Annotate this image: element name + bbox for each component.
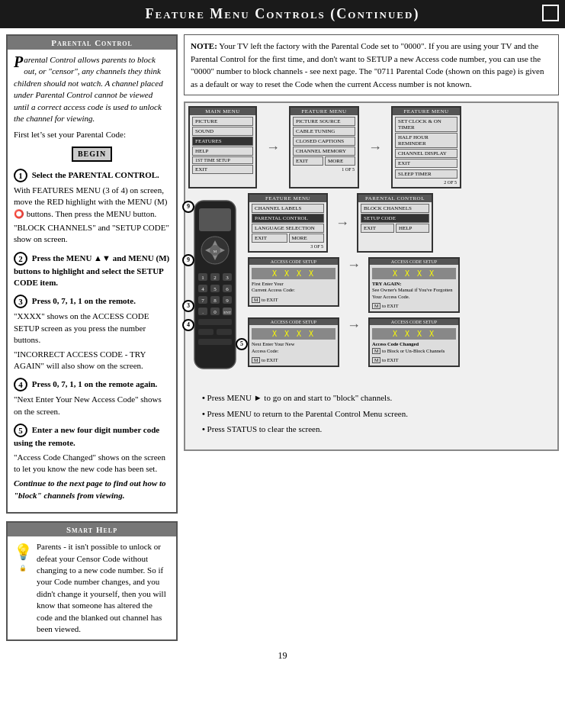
menu-row-3: FEATURE MENU CHANNEL LABELS PARENTAL CON… bbox=[248, 193, 554, 253]
svg-rect-33 bbox=[198, 319, 232, 325]
fm3-channel-labels: CHANNEL LABELS bbox=[252, 204, 324, 213]
svg-rect-36 bbox=[198, 339, 232, 345]
step-1: 1 Select the PARENTAL CONTROL. With FEAT… bbox=[14, 169, 170, 246]
access-title-2: ACCESS CODE SETUP bbox=[370, 259, 458, 265]
pc-setup-code: SETUP CODE bbox=[361, 214, 429, 223]
access-row-2: ACCESS CODE SETUP X X X X Next Enter You… bbox=[248, 317, 554, 367]
screens-column: FEATURE MENU CHANNEL LABELS PARENTAL CON… bbox=[248, 193, 554, 367]
menu-item-help: HELP bbox=[192, 147, 253, 156]
fm2-half-hour: HALF HOUR REMINDER bbox=[395, 133, 457, 148]
parental-intro-text: arental Control allows parents to block … bbox=[14, 55, 163, 123]
menu-btn-5: M bbox=[372, 357, 380, 363]
feature-menu-2-screen: FEATURE MENU SET CLOCK & ON TIMER HALF H… bbox=[391, 106, 461, 188]
feature-menu-3-screen: FEATURE MENU CHANNEL LABELS PARENTAL CON… bbox=[248, 193, 328, 253]
fm3-more: MORE bbox=[289, 234, 325, 243]
fm2-page: 2 OF 5 bbox=[395, 179, 457, 185]
step-1-title: Select the PARENTAL CONTROL. bbox=[32, 169, 159, 179]
access-body-3: X X X X Next Enter Your New Access Code:… bbox=[249, 325, 338, 366]
access-row-1: ACCESS CODE SETUP X X X X First Enter Yo… bbox=[248, 257, 554, 313]
lock-icon: 🔒 bbox=[19, 564, 27, 572]
to-exit-1: to EXIT bbox=[262, 297, 278, 302]
diag-step-3b: 3 bbox=[182, 300, 194, 312]
menu-item-setup: 1ST TIME SETUP bbox=[192, 156, 253, 164]
remote-svg: M 1 2 3 4 5 bbox=[188, 193, 242, 376]
svg-text:9: 9 bbox=[226, 298, 229, 304]
fm2-exit: EXIT bbox=[395, 159, 457, 168]
main-menu-body: PICTURE SOUND FEATURES HELP 1ST TIME SET… bbox=[190, 115, 255, 176]
fm1-page: 1 OF 5 bbox=[293, 166, 355, 172]
arrow-2: → bbox=[365, 106, 385, 188]
pc-menu-title: PARENTAL CONTROL bbox=[358, 195, 432, 202]
step-1-body: With FEATURES MENU (3 of 4) on screen, m… bbox=[14, 185, 170, 220]
feature-menu-1-body: PICTURE SOURCE CABLE TUNING CLOSED CAPTI… bbox=[291, 115, 358, 174]
bullet-3: Press STATUS to clear the screen. bbox=[197, 423, 545, 436]
lightbulb-area: 💡 🔒 bbox=[14, 541, 32, 635]
left-column: Parental Control Parental Control allows… bbox=[6, 34, 178, 641]
arrow-3: → bbox=[332, 193, 352, 253]
first-text: First let’s set your Parental Code: bbox=[14, 129, 170, 140]
section-content: Parental Control allows parents to block… bbox=[8, 50, 176, 512]
access-screen-1: ACCESS CODE SETUP X X X X First Enter Yo… bbox=[248, 257, 339, 307]
step-3-number: 3 bbox=[14, 295, 27, 308]
svg-text:2: 2 bbox=[213, 275, 217, 281]
svg-text:8: 8 bbox=[213, 298, 217, 304]
access-title-4: ACCESS CODE SETUP bbox=[370, 319, 458, 325]
parental-control-menu-screen: PARENTAL CONTROL BLOCK CHANNELS SETUP CO… bbox=[357, 193, 433, 253]
step-1-extra: "BLOCK CHANNELS" and "SETUP CODE" show o… bbox=[14, 222, 170, 246]
xxxx-display-4: X X X X bbox=[372, 328, 456, 340]
to-exit-4: to EXIT bbox=[382, 357, 398, 362]
step-5-body: "Access Code Changed" shows on the scree… bbox=[14, 452, 170, 475]
right-column: NOTE: Your TV left the factory with the … bbox=[184, 34, 559, 641]
svg-rect-35 bbox=[217, 329, 232, 335]
pc-block-channels: BLOCK CHANNELS bbox=[361, 204, 429, 213]
smart-help-title: Smart Help bbox=[8, 523, 176, 536]
svg-text:5: 5 bbox=[213, 286, 217, 292]
fm1-channel-memory: CHANNEL MEMORY bbox=[293, 147, 355, 156]
fm3-language: LANGUAGE SELECTION bbox=[252, 224, 324, 233]
pc-help: HELP bbox=[396, 224, 429, 233]
step-4-body: "Next Enter Your New Access Code" shows … bbox=[14, 394, 170, 417]
arrow-4: → bbox=[344, 257, 364, 273]
step-3-extra: "INCORRECT ACCESS CODE - TRY AGAIN" will… bbox=[14, 349, 170, 372]
fm3-body: CHANNEL LABELS PARENTAL CONTROL LANGUAGE… bbox=[249, 202, 326, 251]
main-menu-screen: MAIN MENU PICTURE SOUND FEATURES HELP 1S… bbox=[188, 106, 257, 188]
pc-menu-body: BLOCK CHANNELS SETUP CODE EXIT HELP bbox=[358, 202, 432, 235]
parental-control-section: Parental Control Parental Control allows… bbox=[6, 34, 178, 514]
note-box: NOTE: Your TV left the factory with the … bbox=[184, 34, 559, 95]
continue-text: Continue to the next page to find out ho… bbox=[14, 478, 170, 501]
access-screen-2: ACCESS CODE SETUP X X X X TRY AGAIN: See… bbox=[368, 257, 460, 313]
remote-illustration: M 1 2 3 4 5 bbox=[188, 193, 242, 379]
access-exit-3: M to EXIT bbox=[252, 357, 335, 364]
smart-help-section: Smart Help 💡 🔒 Parents - it isn't possib… bbox=[6, 521, 178, 641]
note-label: NOTE: bbox=[191, 41, 217, 50]
svg-text:7: 7 bbox=[201, 298, 204, 304]
begin-box: BEGIN bbox=[72, 147, 112, 162]
feature-menu-1-screen: FEATURE MENU PICTURE SOURCE CABLE TUNING… bbox=[289, 106, 359, 188]
step-3-title: Press 0, 7, 1, 1 on the remote. bbox=[32, 296, 136, 305]
step-3: 3 Press 0, 7, 1, 1 on the remote. "XXXX"… bbox=[14, 295, 170, 372]
fm1-more: MORE bbox=[325, 156, 355, 166]
step-5-title: Enter a new four digit number code using… bbox=[14, 425, 159, 447]
to-exit-2: to EXIT bbox=[382, 303, 398, 308]
step-2: 2 Press the MENU ▲▼ and MENU (M) buttons… bbox=[14, 252, 170, 289]
step-5-number: 5 bbox=[14, 424, 27, 437]
header-box bbox=[542, 5, 559, 21]
fm2-channel-display: CHANNEL DISPLAY bbox=[395, 149, 457, 158]
block-channels-text: M to Block or Un-Block Channels bbox=[372, 348, 456, 355]
xxxx-display-2: X X X X bbox=[372, 268, 456, 279]
main-menu-title: MAIN MENU bbox=[190, 108, 255, 115]
diag-step-9a: 9 bbox=[182, 201, 194, 213]
step-5: 5 Enter a new four digit number code usi… bbox=[14, 424, 170, 501]
pc-exit: EXIT bbox=[361, 224, 394, 233]
menu-btn-4: M bbox=[372, 348, 380, 354]
fm1-cable-tuning: CABLE TUNING bbox=[293, 127, 355, 136]
svg-text:M: M bbox=[213, 250, 217, 253]
diagram-row-1: MAIN MENU PICTURE SOUND FEATURES HELP 1S… bbox=[188, 106, 554, 188]
step-4-number: 4 bbox=[14, 378, 27, 391]
bullet-list: Press MENU ► to go on and start to "bloc… bbox=[194, 387, 548, 443]
menu-item-features: FEATURES bbox=[192, 137, 253, 146]
step-4: 4 Press 0, 7, 1, 1 on the remote again. … bbox=[14, 378, 170, 417]
fm3-title: FEATURE MENU bbox=[249, 195, 326, 202]
access-screen-4: ACCESS CODE SETUP X X X X Access Code Ch… bbox=[368, 317, 460, 367]
fm1-closed-captions: CLOSED CAPTIONS bbox=[293, 137, 355, 146]
